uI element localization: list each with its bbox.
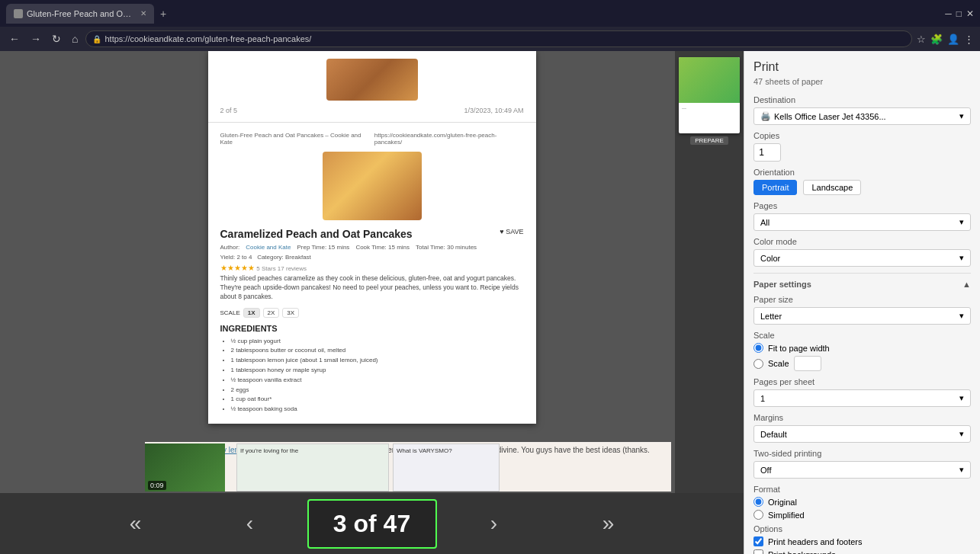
scale-radio[interactable] — [753, 359, 763, 369]
collapse-icon[interactable]: ▲ — [962, 280, 971, 289]
page-thumbnails-sidebar: ... PREPARE — [675, 51, 744, 493]
main-layout: 2 of 5 1/3/2023, 10:49 AM Gluten-Free Pe… — [0, 51, 980, 554]
paper-size-label: Paper size — [753, 295, 971, 304]
pages-per-sheet-dropdown[interactable]: 1 ▾ — [753, 389, 971, 407]
video-overlay: 0:09 — [145, 444, 225, 492]
recipe-meta-yield: Yield: 2 to 4 Category: Breakfast — [220, 254, 524, 261]
thumbnail-image — [679, 57, 740, 103]
recipe-meta: Author: Cookie and Kate Prep Time: 15 mi… — [220, 244, 524, 251]
format-original-radio[interactable] — [753, 497, 763, 507]
print-sheets: 47 sheets of paper — [753, 77, 971, 86]
new-tab-btn[interactable]: + — [157, 8, 169, 20]
pages-value: All — [760, 218, 770, 227]
page-content: 2 of 5 1/3/2023, 10:49 AM Gluten-Free Pe… — [0, 51, 744, 554]
paper-size-dropdown[interactable]: Letter ▾ — [753, 307, 971, 325]
recipe-author: Cookie and Kate — [246, 244, 291, 251]
format-simplified-radio[interactable] — [753, 510, 763, 520]
ingredients-title: INGREDIENTS — [220, 324, 524, 333]
close-btn[interactable]: ✕ — [966, 8, 974, 19]
print-headers-checkbox[interactable] — [753, 536, 763, 546]
ingredient-list: ½ cup plain yogurt2 tablespoons butter o… — [220, 337, 524, 415]
recipe-prep: Prep Time: 15 mins — [297, 244, 349, 251]
orientation-label: Orientation — [753, 168, 971, 177]
tab-title: Gluten-Free Peach and Oat Pa... — [27, 9, 133, 18]
ingredient-item: ½ teaspoon vanilla extract — [231, 376, 524, 386]
minimize-btn[interactable]: ─ — [945, 8, 952, 19]
paper-settings-label: Paper settings — [753, 280, 811, 289]
pages-label: Pages — [753, 201, 971, 210]
extensions-icon[interactable]: 🧩 — [930, 34, 943, 45]
video-timestamp: 0:09 — [148, 481, 166, 490]
color-dropdown[interactable]: Color ▾ — [753, 249, 971, 267]
fit-to-page-label: Fit to page width — [768, 344, 830, 353]
recipe-header-bar: Gluten-Free Peach and Oat Pancakes – Coo… — [220, 132, 524, 146]
options-label: Options — [753, 524, 971, 533]
two-sided-value: Off — [760, 466, 771, 475]
page-number-display: 3 of 47 — [333, 510, 410, 538]
recipe-site-name: Gluten-Free Peach and Oat Pancakes – Coo… — [220, 132, 374, 146]
settings-icon[interactable]: ⋮ — [964, 34, 974, 45]
fit-to-page-row: Fit to page width — [753, 343, 830, 353]
ingredient-item: 1 tablespoon honey or maple syrup — [231, 366, 524, 376]
profile-icon[interactable]: 👤 — [947, 34, 959, 45]
scale-value-input[interactable] — [794, 356, 821, 371]
scale-3x-btn[interactable]: 3X — [282, 308, 299, 318]
color-mode-label: Color mode — [753, 237, 971, 246]
ingredient-item: 2 tablespoons butter or coconut oil, mel… — [231, 346, 524, 356]
prev-page-btn[interactable]: ‹ — [193, 493, 307, 554]
scale-label: Scale — [753, 331, 971, 340]
recipe-cook: Cook Time: 15 mins — [355, 244, 410, 251]
page-thumbnail[interactable]: ... — [679, 57, 740, 133]
tab-bar: Gluten-Free Peach and Oat Pa... ✕ + — [6, 4, 934, 24]
paper-settings-header: Paper settings ▲ — [753, 280, 971, 289]
recipe-total: Total Time: 30 minutes — [416, 244, 477, 251]
fit-to-page-radio[interactable] — [753, 343, 763, 353]
copies-label: Copies — [753, 131, 971, 140]
bookmark-icon[interactable]: ☆ — [917, 34, 926, 45]
copies-input-row — [753, 143, 971, 162]
recipe-save-btn[interactable]: ♥ SAVE — [500, 228, 523, 235]
page2-food-image — [326, 59, 418, 101]
format-original-label: Original — [768, 498, 797, 507]
print-backgrounds-checkbox[interactable] — [753, 549, 763, 554]
portrait-btn[interactable]: Portrait — [753, 180, 797, 195]
address-bar[interactable]: 🔒 https://cookieandkate.com/gluten-free-… — [85, 30, 912, 47]
first-page-btn[interactable]: « — [79, 493, 193, 554]
destination-label: Destination — [753, 95, 971, 104]
format-label: Format — [753, 485, 971, 494]
orientation-group: Portrait Landscape — [753, 180, 971, 195]
maximize-btn[interactable]: □ — [956, 8, 962, 19]
thumbnail-text: ... — [679, 103, 740, 111]
scale-label: SCALE — [220, 309, 240, 316]
print-headers-row: Print headers and footers — [753, 536, 971, 546]
destination-dropdown[interactable]: 🖨️ Kells Office Laser Jet 43356... ▾ — [753, 107, 971, 125]
browser-controls: ─ □ ✕ — [945, 8, 974, 19]
address-bar-row: ← → ↻ ⌂ 🔒 https://cookieandkate.com/glut… — [0, 27, 980, 51]
pages-dropdown[interactable]: All ▾ — [753, 213, 971, 231]
home-btn[interactable]: ⌂ — [69, 31, 81, 46]
recipe-main-image — [323, 152, 422, 220]
toolbar-icons: ☆ 🧩 👤 ⋮ — [917, 34, 974, 45]
lock-icon: 🔒 — [92, 35, 101, 43]
active-tab[interactable]: Gluten-Free Peach and Oat Pa... ✕ — [6, 4, 154, 24]
page2-image-container — [220, 59, 524, 101]
tab-close-btn[interactable]: ✕ — [140, 9, 146, 18]
scale-2x-btn[interactable]: 2X — [263, 308, 280, 318]
page2-footer: 2 of 5 1/3/2023, 10:49 AM — [220, 107, 524, 114]
ingredient-item: 1 tablespoon lemon juice (about 1 small … — [231, 356, 524, 366]
recipe-stars: ★★★★★ 5 Stars 17 reviews — [220, 264, 524, 272]
back-btn[interactable]: ← — [6, 31, 23, 46]
last-page-btn[interactable]: » — [551, 493, 666, 554]
scale-1x-btn[interactable]: 1X — [243, 308, 260, 318]
two-sided-dropdown[interactable]: Off ▾ — [753, 461, 971, 479]
margins-dropdown[interactable]: Default ▾ — [753, 425, 971, 443]
copies-input[interactable] — [753, 143, 781, 162]
next-page-btn[interactable]: › — [437, 493, 551, 554]
forward-btn[interactable]: → — [27, 31, 44, 46]
landscape-btn[interactable]: Landscape — [803, 180, 861, 195]
divider-1 — [753, 273, 971, 274]
color-value: Color — [760, 254, 780, 263]
dropdown-arrow: ▾ — [959, 111, 964, 121]
reload-btn[interactable]: ↻ — [49, 31, 64, 46]
ingredient-item: 1 cup oat flour* — [231, 395, 524, 405]
